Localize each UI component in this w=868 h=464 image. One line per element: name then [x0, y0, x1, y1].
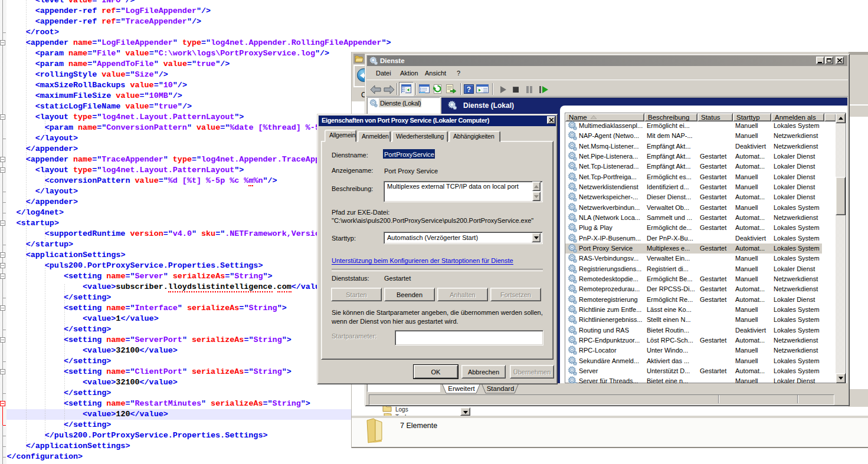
svg-text:?: ? — [467, 85, 471, 94]
svg-text:Standard: Standard — [487, 385, 515, 392]
svg-text:Erweitert: Erweitert — [448, 385, 475, 392]
